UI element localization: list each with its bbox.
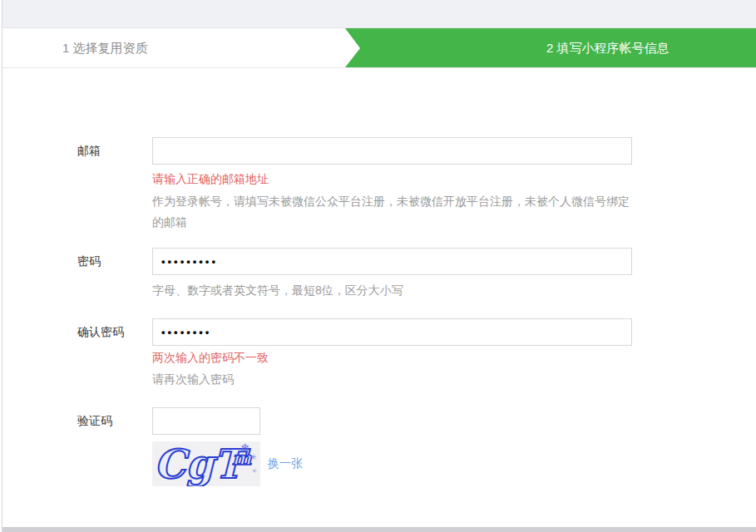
email-label: 邮箱 — [77, 137, 101, 165]
email-error-text: 请输入正确的邮箱地址 — [152, 172, 269, 187]
captcha-speck-icon: ✳ — [252, 468, 257, 474]
confirm-password-label: 确认密码 — [77, 318, 124, 346]
confirm-password-help-text: 请再次输入密码 — [152, 369, 632, 390]
registration-window: 1 选择复用资质 2 填写小程序帐号信息 邮箱 请输入正确的邮箱地址 作为登录帐… — [0, 0, 756, 532]
captcha-refresh-link[interactable]: 换一张 — [268, 456, 303, 471]
captcha-label: 验证码 — [77, 407, 112, 435]
top-band — [2, 0, 756, 28]
password-input[interactable] — [152, 248, 632, 275]
step-progress-bar: 1 选择复用资质 2 填写小程序帐号信息 — [2, 28, 756, 68]
step-1-choose-qualification: 1 选择复用资质 — [62, 28, 148, 67]
captcha-input[interactable] — [152, 407, 260, 435]
window-bottom-edge — [2, 527, 756, 532]
step-2-segment-active: 2 填写小程序帐号信息 — [345, 28, 756, 67]
email-input[interactable] — [152, 137, 632, 165]
captcha-snowflake-small-icon: ✳ — [250, 453, 257, 461]
captcha-snowflake-icon: ❄ — [240, 441, 250, 455]
window-left-border — [2, 0, 2, 532]
confirm-password-error-text: 两次输入的密码不一致 — [152, 351, 269, 366]
step-2-account-info: 2 填写小程序帐号信息 — [546, 28, 670, 67]
step-arrow-notch — [345, 28, 360, 67]
captcha-image: CgT m ❄ ✳ ✳ — [152, 441, 260, 486]
password-help-text: 字母、数字或者英文符号，最短8位，区分大小写 — [152, 280, 632, 301]
email-help-text: 作为登录帐号，请填写未被微信公众平台注册，未被微信开放平台注册，未被个人微信号绑… — [152, 191, 632, 233]
password-label: 密码 — [77, 248, 101, 275]
confirm-password-input[interactable] — [152, 318, 632, 346]
